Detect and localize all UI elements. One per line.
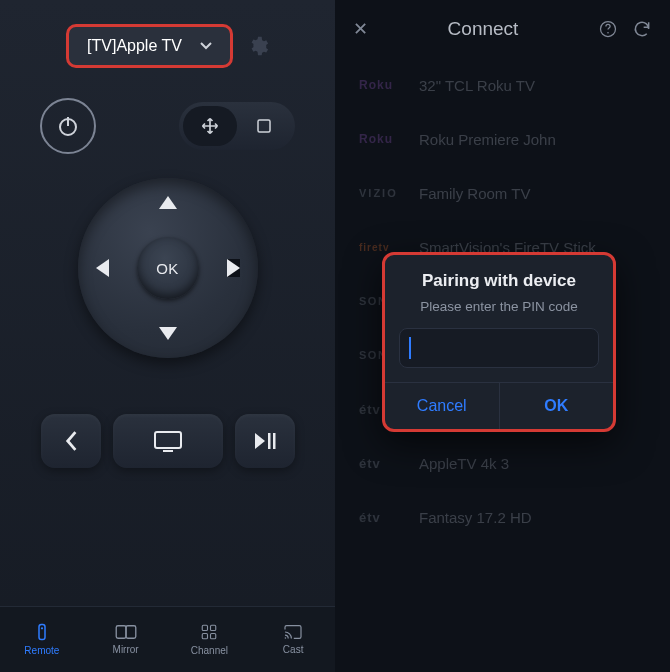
svg-rect-14 xyxy=(203,634,208,639)
tab-cast[interactable]: Cast xyxy=(251,607,335,672)
power-icon xyxy=(56,114,80,138)
dpad-down-icon[interactable] xyxy=(159,327,177,340)
svg-rect-12 xyxy=(203,625,208,630)
screen-button[interactable] xyxy=(113,414,223,468)
svg-rect-11 xyxy=(126,626,136,638)
modal-subtitle: Please enter the PIN code xyxy=(399,299,599,314)
header-actions xyxy=(598,19,652,39)
dpad-container: OK xyxy=(0,160,335,362)
brand-badge: étv xyxy=(359,456,405,471)
dpad: OK xyxy=(78,178,258,358)
device-row[interactable]: étvFantasy 17.2 HD xyxy=(349,490,656,544)
close-icon[interactable]: ✕ xyxy=(353,18,368,40)
remote-icon xyxy=(33,623,51,641)
modal-actions: Cancel OK xyxy=(385,382,613,429)
svg-rect-3 xyxy=(155,432,181,448)
device-row[interactable]: Roku32" TCL Roku TV xyxy=(349,58,656,112)
mode-toggle xyxy=(179,102,295,150)
brand-badge: VIZIO xyxy=(359,187,405,199)
modal-title: Pairing with device xyxy=(399,271,599,291)
device-name: 32" TCL Roku TV xyxy=(419,77,535,94)
tab-channel[interactable]: Channel xyxy=(168,607,252,672)
tab-label: Cast xyxy=(283,644,304,655)
device-name: Fantasy 17.2 HD xyxy=(419,509,532,526)
power-button[interactable] xyxy=(40,98,96,154)
svg-rect-2 xyxy=(258,120,270,132)
top-bar: [TV]Apple TV xyxy=(0,0,335,80)
device-row[interactable]: RokuRoku Premiere John xyxy=(349,112,656,166)
svg-point-16 xyxy=(285,637,287,639)
device-row[interactable]: étvAppleTV 4k 3 xyxy=(349,436,656,490)
svg-rect-15 xyxy=(211,634,216,639)
mirror-icon xyxy=(115,624,137,640)
dpad-right-icon[interactable] xyxy=(227,259,240,277)
device-name: AppleTV 4k 3 xyxy=(419,455,509,472)
help-icon[interactable] xyxy=(598,19,618,39)
play-pause-icon xyxy=(254,432,276,450)
brand-badge: étv xyxy=(359,510,405,525)
dpad-up-icon[interactable] xyxy=(159,196,177,209)
connect-title: Connect xyxy=(368,18,598,40)
pin-input-wrap xyxy=(399,328,599,368)
tab-mirror[interactable]: Mirror xyxy=(84,607,168,672)
svg-point-18 xyxy=(607,32,609,34)
tab-label: Channel xyxy=(191,645,228,656)
grid-icon xyxy=(200,623,218,641)
device-dropdown[interactable]: [TV]Apple TV xyxy=(66,24,233,68)
chevron-down-icon xyxy=(200,42,212,50)
brand-badge: Roku xyxy=(359,78,405,92)
tab-remote[interactable]: Remote xyxy=(0,607,84,672)
brand-badge: Roku xyxy=(359,132,405,146)
svg-rect-6 xyxy=(268,433,271,449)
media-row xyxy=(0,362,335,468)
util-row xyxy=(0,80,335,160)
cancel-button[interactable]: Cancel xyxy=(385,383,499,429)
tab-label: Mirror xyxy=(113,644,139,655)
pairing-modal: Pairing with device Please enter the PIN… xyxy=(382,252,616,432)
back-button[interactable] xyxy=(41,414,101,468)
ok-button[interactable]: OK xyxy=(137,237,199,299)
ok-button[interactable]: OK xyxy=(499,383,614,429)
play-pause-button[interactable] xyxy=(235,414,295,468)
device-name: Roku Premiere John xyxy=(419,131,556,148)
svg-rect-7 xyxy=(273,433,276,449)
connect-panel: ✕ Connect Roku32" TCL Roku TVRokuRoku Pr… xyxy=(335,0,670,672)
device-dropdown-label: [TV]Apple TV xyxy=(87,37,182,55)
device-name: Family Room TV xyxy=(419,185,530,202)
monitor-icon xyxy=(153,430,183,452)
brand-badge: firetv xyxy=(359,242,405,253)
device-row[interactable]: VIZIOFamily Room TV xyxy=(349,166,656,220)
square-icon xyxy=(255,117,273,135)
cast-icon xyxy=(283,624,303,640)
dpad-left-icon[interactable] xyxy=(96,259,109,277)
svg-rect-13 xyxy=(211,625,216,630)
svg-rect-10 xyxy=(116,626,126,638)
chevron-left-icon xyxy=(64,430,78,452)
pin-input[interactable] xyxy=(399,328,599,368)
dpad-mode-button[interactable] xyxy=(237,106,291,146)
svg-rect-8 xyxy=(39,625,45,640)
move-icon xyxy=(200,116,220,136)
refresh-icon[interactable] xyxy=(632,19,652,39)
tab-bar: Remote Mirror Channel Cast xyxy=(0,606,335,672)
gear-icon[interactable] xyxy=(247,35,269,57)
connect-header: ✕ Connect xyxy=(335,0,670,50)
tab-label: Remote xyxy=(24,645,59,656)
touchpad-mode-button[interactable] xyxy=(183,106,237,146)
svg-point-9 xyxy=(41,627,43,629)
ok-label: OK xyxy=(156,260,179,277)
svg-marker-5 xyxy=(255,433,265,449)
remote-panel: [TV]Apple TV xyxy=(0,0,335,672)
